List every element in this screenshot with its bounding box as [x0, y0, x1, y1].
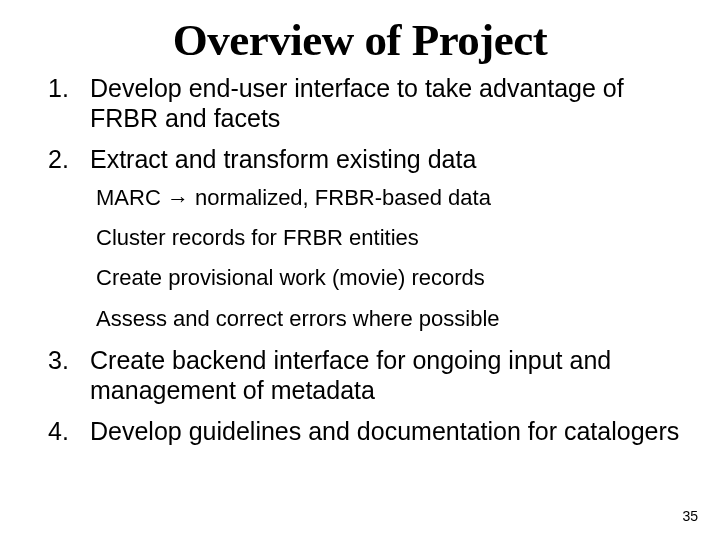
arrow-icon: → [167, 186, 189, 212]
slide: Overview of Project Develop end-user int… [0, 0, 720, 540]
list-item-text: Develop end-user interface to take advan… [90, 74, 624, 132]
slide-body: Develop end-user interface to take advan… [0, 74, 720, 447]
list-item: Extract and transform existing data MARC… [38, 145, 690, 332]
sub-text-pre: MARC [96, 185, 167, 210]
list-item-text: Extract and transform existing data [90, 145, 476, 173]
list-item: Create backend interface for ongoing inp… [38, 346, 690, 405]
sub-text-post: normalized, FRBR-based data [189, 185, 491, 210]
page-number: 35 [682, 508, 698, 524]
sub-list-item: Create provisional work (movie) records [96, 265, 690, 291]
sub-list-item: MARC → normalized, FRBR-based data [96, 185, 690, 211]
list-item: Develop guidelines and documentation for… [38, 417, 690, 447]
numbered-list: Develop end-user interface to take advan… [38, 74, 690, 447]
sub-list-item: Cluster records for FRBR entities [96, 225, 690, 251]
sub-list-item: Assess and correct errors where possible [96, 306, 690, 332]
sub-list: MARC → normalized, FRBR-based data Clust… [90, 185, 690, 333]
list-item-text: Develop guidelines and documentation for… [90, 417, 679, 445]
list-item-text: Create backend interface for ongoing inp… [90, 346, 611, 404]
list-item: Develop end-user interface to take advan… [38, 74, 690, 133]
slide-title: Overview of Project [0, 0, 720, 74]
